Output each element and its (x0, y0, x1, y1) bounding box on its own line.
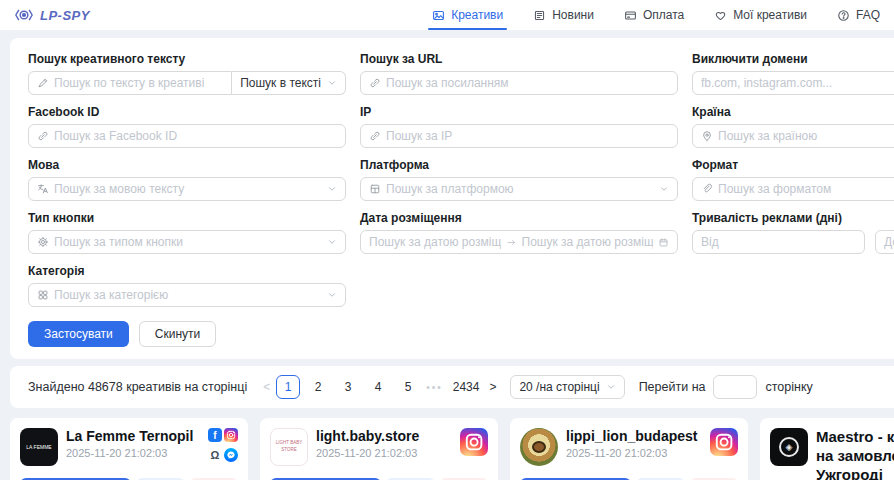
page-3-button[interactable]: 3 (336, 375, 360, 399)
category-input[interactable] (54, 288, 322, 302)
arrow-right-icon (506, 237, 517, 248)
exclude-domains-input[interactable] (701, 76, 894, 90)
nav-label: Креативи (451, 8, 503, 22)
category-select[interactable] (28, 283, 346, 307)
field-label: Дата розміщення (360, 211, 678, 225)
field-label: Пошук креативного тексту (28, 52, 346, 66)
news-icon (533, 9, 546, 22)
duration-to-input[interactable] (884, 235, 894, 249)
platform-input[interactable] (386, 182, 654, 196)
nav-item-0[interactable]: Креативи (432, 0, 503, 30)
chevron-down-icon (327, 237, 337, 247)
format-select[interactable] (692, 177, 894, 201)
url-input[interactable] (386, 76, 669, 90)
avatar: LA FEMME (20, 428, 58, 466)
facebook-icon: f (208, 428, 222, 442)
pin-icon (701, 130, 713, 142)
platform-badges (460, 428, 488, 466)
filter-facebook-id: Facebook ID (28, 105, 346, 148)
link-icon (369, 77, 381, 89)
filter-creative-text: Пошук креативного тексту Пошук в тексті (28, 52, 346, 95)
format-input[interactable] (718, 182, 894, 196)
app-logo[interactable]: LP-SPY (14, 8, 90, 23)
nav-label: FAQ (856, 8, 880, 22)
date-to-input[interactable] (522, 235, 654, 249)
card-title: Maestro - кухні, меблі на замовлення в У… (816, 428, 894, 480)
goto-label: Перейти на (639, 380, 706, 394)
platform-select[interactable] (360, 177, 678, 201)
ellipsis-pages[interactable]: ••• (426, 382, 443, 393)
field-label: Facebook ID (28, 105, 346, 119)
field-label: Країна (692, 105, 894, 119)
field-label: Тип кнопки (28, 211, 346, 225)
card-title: lippi_lion_budapest (566, 428, 702, 444)
duration-from-input[interactable] (701, 235, 856, 249)
card-date: 2025-11-20 21:02:03 (566, 447, 702, 459)
date-range-picker[interactable] (360, 230, 678, 254)
field-label: Пошук за URL (360, 52, 678, 66)
filter-platform: Платформа (360, 158, 678, 201)
facebook-id-input[interactable] (54, 129, 337, 143)
filter-category: Категорія (28, 264, 346, 307)
field-label: Категорія (28, 264, 346, 278)
card-title: light.baby.store (316, 428, 452, 444)
filters-panel: Пошук креативного тексту Пошук в тексті … (10, 38, 894, 359)
results-count: Знайдено 48678 креативів на сторінці (28, 380, 247, 394)
link-icon (37, 130, 49, 142)
goto-page-input[interactable] (713, 375, 757, 399)
button-type-input[interactable] (54, 235, 322, 249)
language-input[interactable] (54, 182, 322, 196)
filter-exclude-domains: Виключити домени (692, 52, 894, 95)
chevron-down-icon (327, 290, 337, 300)
nav-item-3[interactable]: Мої креативи (714, 0, 807, 30)
filter-country: Країна (692, 105, 894, 148)
chevron-down-icon (327, 184, 337, 194)
nav-label: Мої креативи (733, 8, 807, 22)
filter-language: Мова (28, 158, 346, 201)
ip-input[interactable] (386, 129, 669, 143)
apply-button[interactable]: Застосувати (28, 321, 129, 347)
creative-text-mode-select[interactable]: Пошук в тексті (232, 71, 346, 95)
page-2-button[interactable]: 2 (306, 375, 330, 399)
logo-text: LP-SPY (40, 8, 90, 23)
main-nav: КреативиНовиниОплатаМої креативиFAQ (432, 0, 880, 30)
next-page-button[interactable]: > (489, 380, 496, 394)
nav-item-4[interactable]: FAQ (837, 0, 880, 30)
card-date: 2025-11-20 21:02:03 (66, 447, 200, 459)
field-label: Платформа (360, 158, 678, 172)
nav-label: Оплата (643, 8, 684, 22)
question-icon (837, 9, 850, 22)
nav-item-2[interactable]: Оплата (624, 0, 684, 30)
reset-button[interactable]: Скинути (139, 321, 216, 347)
goto-suffix-label: сторінку (765, 380, 812, 394)
page-size-value: 20 /на сторінці (519, 380, 599, 394)
heart-icon (714, 9, 727, 22)
filter-format: Формат (692, 158, 894, 201)
page-numbers: 12345 (276, 375, 420, 399)
card-title: La Femme Ternopil (66, 428, 200, 444)
filter-url: Пошук за URL (360, 52, 678, 95)
creative-text-input[interactable] (54, 76, 223, 90)
last-page-button[interactable]: 2434 (449, 375, 484, 399)
button-type-select[interactable] (28, 230, 346, 254)
instagram-icon (460, 428, 488, 456)
language-select[interactable] (28, 177, 346, 201)
field-label: Мова (28, 158, 346, 172)
instagram-icon (224, 428, 238, 442)
date-from-input[interactable] (369, 235, 501, 249)
prev-page-button[interactable]: < (263, 380, 270, 394)
chevron-down-icon (327, 78, 337, 88)
platform-badges: fΩ (208, 428, 238, 466)
paperclip-icon (701, 183, 713, 195)
page-4-button[interactable]: 4 (366, 375, 390, 399)
nav-item-1[interactable]: Новини (533, 0, 594, 30)
page-5-button[interactable]: 5 (396, 375, 420, 399)
page-size-select[interactable]: 20 /на сторінці (510, 375, 624, 399)
page-1-button[interactable]: 1 (276, 375, 300, 399)
card-date: 2025-11-20 21:02:03 (316, 447, 452, 459)
creative-card-2: lippi_lion_budapest2025-11-20 21:02:030 … (510, 418, 748, 480)
image-icon (432, 9, 445, 22)
creative-card-1: LIGHT BABY STORElight.baby.store2025-11-… (260, 418, 498, 480)
country-input[interactable] (718, 129, 894, 143)
link-icon (369, 130, 381, 142)
